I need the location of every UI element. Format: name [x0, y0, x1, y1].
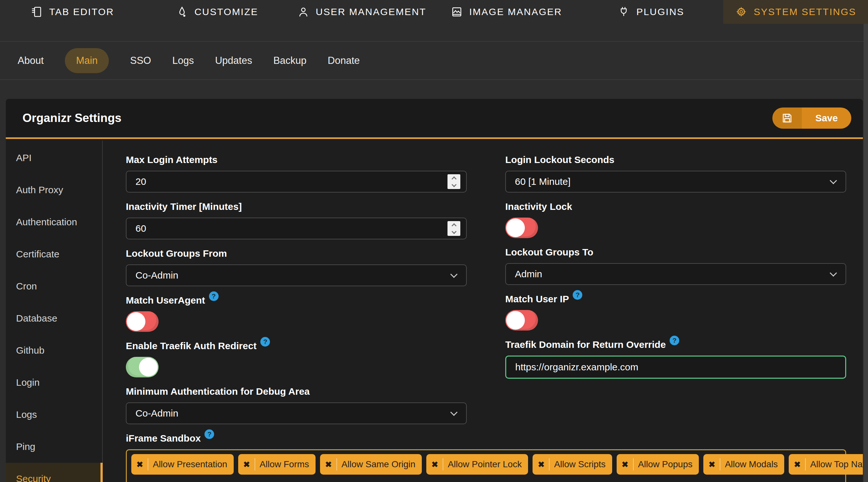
- tag-remove-icon[interactable]: ✖: [325, 458, 337, 471]
- max-login-attempts-input[interactable]: [126, 171, 467, 193]
- chevron-down-icon: [830, 177, 837, 184]
- lockout-groups-to-group: Lockout Groups To Admin: [505, 247, 846, 285]
- subnav-item-main[interactable]: Main: [65, 48, 109, 73]
- help-icon[interactable]: ?: [205, 429, 214, 439]
- sidebar-item-cron[interactable]: Cron: [6, 270, 102, 302]
- save-icon-segment: [772, 107, 802, 129]
- sidebar-item-database[interactable]: Database: [6, 302, 102, 334]
- chevron-down-icon: [451, 270, 458, 278]
- sidebar-item-ping[interactable]: Ping: [6, 431, 102, 463]
- user-management-label: USER MANAGEMENT: [316, 6, 426, 17]
- tag-label: Allow Presentation: [153, 459, 227, 470]
- sidebar-item-api[interactable]: API: [6, 142, 102, 174]
- tag-remove-icon[interactable]: ✖: [136, 458, 148, 471]
- sandbox-tag: ✖ Allow Modals: [703, 454, 784, 475]
- floppy-disk-icon: [781, 112, 793, 124]
- match-user-ip-label: Match User IP ?: [505, 293, 846, 305]
- toggle-knob: [506, 219, 525, 237]
- enable-traefik-toggle[interactable]: [126, 357, 159, 377]
- stepper-up-icon[interactable]: [451, 176, 457, 181]
- tag-label: Allow Forms: [260, 459, 309, 470]
- lockout-groups-to-select[interactable]: Admin: [505, 263, 846, 285]
- tag-label: Allow Modals: [725, 459, 778, 470]
- tag-remove-icon[interactable]: ✖: [243, 458, 255, 471]
- help-icon[interactable]: ?: [670, 336, 679, 345]
- tag-label: Allow Same Origin: [342, 459, 415, 470]
- settings-subnav: About Main SSO Logs Updates Backup Donat…: [0, 41, 868, 80]
- lockout-groups-from-label: Lockout Groups From: [126, 248, 467, 259]
- inactivity-lock-group: Inactivity Lock: [505, 201, 846, 238]
- stepper-down-icon[interactable]: [451, 229, 457, 234]
- sandbox-tag: ✖ Allow Scripts: [532, 454, 612, 475]
- tab-editor-nav-item[interactable]: TAB EDITOR: [0, 0, 145, 24]
- toggle-knob: [127, 312, 146, 331]
- min-auth-debug-group: Minimum Authentication for Debug Area Co…: [126, 386, 467, 424]
- gear-icon: [735, 6, 747, 18]
- traefik-domain-group: Traefik Domain for Return Override ?: [505, 339, 846, 379]
- subnav-item-sso[interactable]: SSO: [130, 55, 151, 66]
- match-user-ip-toggle[interactable]: [505, 310, 538, 330]
- inactivity-lock-toggle[interactable]: [505, 218, 538, 238]
- page-title: Organizr Settings: [23, 111, 121, 125]
- plugins-nav-item[interactable]: PLUGINS: [579, 0, 723, 24]
- toggle-knob: [506, 311, 525, 329]
- traefik-domain-input[interactable]: [505, 356, 846, 379]
- tab-editor-icon: [31, 6, 43, 18]
- number-stepper[interactable]: [447, 174, 460, 189]
- security-settings-form: Max Login Attempts: [103, 140, 863, 482]
- sandbox-tag: ✖ Allow Same Origin: [320, 454, 422, 475]
- help-icon[interactable]: ?: [260, 337, 270, 347]
- help-icon[interactable]: ?: [209, 291, 219, 301]
- max-login-attempts-label: Max Login Attempts: [126, 154, 467, 166]
- organizr-system-settings-screen: TAB EDITOR CUSTOMIZE USER MANAGEMENT IMA…: [0, 0, 868, 482]
- organizr-settings-card: Organizr Settings Save API Auth Proxy Au…: [6, 99, 863, 482]
- number-stepper[interactable]: [447, 221, 460, 236]
- max-login-attempts-group: Max Login Attempts: [126, 154, 467, 193]
- min-auth-debug-select[interactable]: Co-Admin: [126, 403, 467, 424]
- tag-label: Allow Top Navigation: [810, 459, 863, 470]
- image-manager-label: IMAGE MANAGER: [469, 6, 562, 17]
- subnav-item-about[interactable]: About: [18, 55, 44, 66]
- tag-remove-icon[interactable]: ✖: [709, 458, 720, 471]
- subnav-item-donate[interactable]: Donate: [328, 55, 360, 66]
- system-settings-label: SYSTEM SETTINGS: [754, 6, 856, 17]
- sandbox-tag: ✖ Allow Top Navigation: [789, 454, 863, 475]
- tag-remove-icon[interactable]: ✖: [622, 458, 634, 471]
- tag-remove-icon[interactable]: ✖: [538, 458, 550, 471]
- match-useragent-toggle[interactable]: [126, 311, 159, 332]
- stepper-down-icon[interactable]: [451, 182, 457, 187]
- min-auth-debug-label: Minimum Authentication for Debug Area: [126, 386, 467, 397]
- sandbox-tag: ✖ Allow Popups: [617, 454, 699, 475]
- save-button[interactable]: Save: [772, 107, 851, 129]
- sidebar-item-github[interactable]: Github: [6, 334, 102, 366]
- lockout-groups-from-select[interactable]: Co-Admin: [126, 264, 467, 286]
- subnav-item-backup[interactable]: Backup: [273, 55, 306, 66]
- tag-remove-icon[interactable]: ✖: [794, 458, 806, 471]
- sidebar-item-authentication[interactable]: Authentication: [6, 206, 102, 238]
- inactivity-timer-input[interactable]: [126, 218, 467, 239]
- sidebar-item-login[interactable]: Login: [6, 366, 102, 398]
- tag-remove-icon[interactable]: ✖: [431, 458, 443, 471]
- help-icon[interactable]: ?: [573, 290, 582, 300]
- image-manager-nav-item[interactable]: IMAGE MANAGER: [434, 0, 579, 24]
- sidebar-item-security[interactable]: Security: [6, 463, 102, 482]
- page-scrollbar[interactable]: [864, 24, 868, 482]
- match-user-ip-group: Match User IP ?: [505, 293, 846, 330]
- login-lockout-seconds-select[interactable]: 60 [1 Minute]: [505, 171, 846, 193]
- sandbox-tag: ✖ Allow Forms: [238, 454, 315, 475]
- toggle-knob: [139, 358, 158, 377]
- subnav-item-updates[interactable]: Updates: [215, 55, 252, 66]
- sandbox-tag: ✖ Allow Presentation: [131, 454, 234, 475]
- sidebar-item-auth-proxy[interactable]: Auth Proxy: [6, 174, 102, 206]
- system-settings-nav-item[interactable]: SYSTEM SETTINGS: [723, 0, 868, 24]
- tag-label: Allow Pointer Lock: [448, 459, 522, 470]
- sidebar-item-certificate[interactable]: Certificate: [6, 238, 102, 270]
- customize-icon: [176, 6, 188, 18]
- user-management-nav-item[interactable]: USER MANAGEMENT: [289, 0, 434, 24]
- iframe-sandbox-tag-input[interactable]: ✖ Allow Presentation ✖ Allow Forms ✖ All…: [126, 449, 846, 482]
- customize-nav-item[interactable]: CUSTOMIZE: [145, 0, 289, 24]
- subnav-item-logs[interactable]: Logs: [173, 55, 194, 66]
- enable-traefik-label: Enable Traefik Auth Redirect ?: [126, 340, 467, 352]
- stepper-up-icon[interactable]: [451, 223, 457, 228]
- sidebar-item-logs[interactable]: Logs: [6, 398, 102, 431]
